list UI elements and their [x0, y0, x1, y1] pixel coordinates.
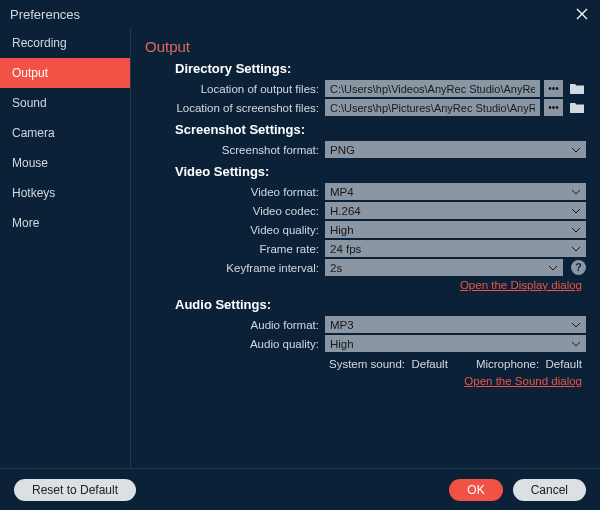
dots-icon: ••• — [548, 83, 559, 94]
main: Recording Output Sound Camera Mouse Hotk… — [0, 28, 600, 468]
video-format-value: MP4 — [330, 186, 354, 198]
screenshot-files-row: Location of screenshot files: ••• — [145, 99, 586, 116]
ok-button[interactable]: OK — [449, 479, 502, 501]
video-codec-label: Video codec: — [145, 205, 325, 217]
video-codec-select[interactable]: H.264 — [325, 202, 586, 219]
folder-icon — [569, 101, 585, 114]
screenshot-files-label: Location of screenshot files: — [145, 102, 325, 114]
footer: Reset to Default OK Cancel — [0, 468, 600, 510]
screenshot-format-row: Screenshot format: PNG — [145, 141, 586, 158]
audio-settings-title: Audio Settings: — [175, 297, 586, 312]
browse-output-button[interactable]: ••• — [544, 80, 563, 97]
chevron-down-icon — [571, 322, 581, 328]
page-title: Output — [145, 38, 586, 55]
chevron-down-icon — [571, 341, 581, 347]
video-format-row: Video format: MP4 — [145, 183, 586, 200]
screenshot-format-value: PNG — [330, 144, 355, 156]
sidebar-item-hotkeys[interactable]: Hotkeys — [0, 178, 130, 208]
audio-quality-row: Audio quality: High — [145, 335, 586, 352]
keyframe-select[interactable]: 2s — [325, 259, 563, 276]
help-icon[interactable]: ? — [571, 260, 586, 275]
keyframe-label: Keyframe interval: — [145, 262, 325, 274]
audio-status-row: System sound: Default Microphone: Defaul… — [145, 354, 586, 372]
sidebar-item-mouse[interactable]: Mouse — [0, 148, 130, 178]
audio-format-value: MP3 — [330, 319, 354, 331]
folder-icon — [569, 82, 585, 95]
audio-quality-label: Audio quality: — [145, 338, 325, 350]
chevron-down-icon — [571, 208, 581, 214]
close-icon[interactable] — [574, 6, 590, 22]
audio-quality-select[interactable]: High — [325, 335, 586, 352]
sidebar-item-recording[interactable]: Recording — [0, 28, 130, 58]
sidebar-item-camera[interactable]: Camera — [0, 118, 130, 148]
open-display-dialog-link[interactable]: Open the Display dialog — [145, 279, 582, 291]
video-quality-row: Video quality: High — [145, 221, 586, 238]
output-files-row: Location of output files: ••• — [145, 80, 586, 97]
screenshot-files-input[interactable] — [325, 99, 540, 116]
audio-format-row: Audio format: MP3 — [145, 316, 586, 333]
microphone-status: Microphone: Default — [476, 358, 582, 370]
content: Output Directory Settings: Location of o… — [130, 28, 600, 468]
chevron-down-icon — [571, 147, 581, 153]
chevron-down-icon — [571, 227, 581, 233]
sidebar-item-more[interactable]: More — [0, 208, 130, 238]
sidebar-item-output[interactable]: Output — [0, 58, 130, 88]
sidebar: Recording Output Sound Camera Mouse Hotk… — [0, 28, 130, 468]
open-sound-dialog-link[interactable]: Open the Sound dialog — [145, 375, 582, 387]
cancel-button[interactable]: Cancel — [513, 479, 586, 501]
video-codec-value: H.264 — [330, 205, 361, 217]
video-format-label: Video format: — [145, 186, 325, 198]
video-format-select[interactable]: MP4 — [325, 183, 586, 200]
chevron-down-icon — [548, 265, 558, 271]
open-screenshot-folder-button[interactable] — [567, 99, 586, 116]
output-files-label: Location of output files: — [145, 83, 325, 95]
browse-screenshot-button[interactable]: ••• — [544, 99, 563, 116]
screenshot-settings-title: Screenshot Settings: — [175, 122, 586, 137]
titlebar: Preferences — [0, 0, 600, 28]
audio-format-label: Audio format: — [145, 319, 325, 331]
dots-icon: ••• — [548, 102, 559, 113]
audio-quality-value: High — [330, 338, 354, 350]
output-files-input[interactable] — [325, 80, 540, 97]
audio-format-select[interactable]: MP3 — [325, 316, 586, 333]
video-quality-label: Video quality: — [145, 224, 325, 236]
keyframe-row: Keyframe interval: 2s ? — [145, 259, 586, 276]
frame-rate-row: Frame rate: 24 fps — [145, 240, 586, 257]
frame-rate-select[interactable]: 24 fps — [325, 240, 586, 257]
chevron-down-icon — [571, 246, 581, 252]
video-settings-title: Video Settings: — [175, 164, 586, 179]
system-sound-status: System sound: Default — [329, 358, 448, 370]
sidebar-item-sound[interactable]: Sound — [0, 88, 130, 118]
screenshot-format-select[interactable]: PNG — [325, 141, 586, 158]
video-codec-row: Video codec: H.264 — [145, 202, 586, 219]
reset-to-default-button[interactable]: Reset to Default — [14, 479, 136, 501]
screenshot-format-label: Screenshot format: — [145, 144, 325, 156]
video-quality-value: High — [330, 224, 354, 236]
keyframe-value: 2s — [330, 262, 342, 274]
chevron-down-icon — [571, 189, 581, 195]
video-quality-select[interactable]: High — [325, 221, 586, 238]
window-title: Preferences — [10, 7, 80, 22]
open-output-folder-button[interactable] — [567, 80, 586, 97]
directory-settings-title: Directory Settings: — [175, 61, 586, 76]
frame-rate-label: Frame rate: — [145, 243, 325, 255]
frame-rate-value: 24 fps — [330, 243, 361, 255]
